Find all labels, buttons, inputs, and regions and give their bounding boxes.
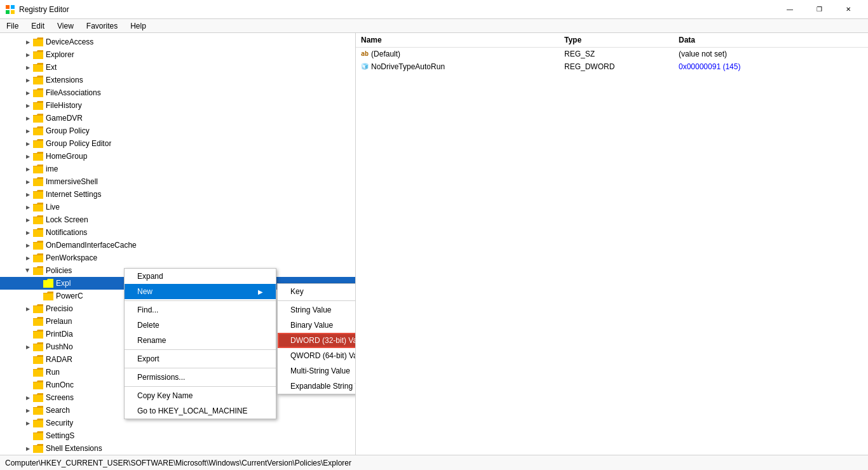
reg-row-no-drive[interactable]: 🧊 NoDriveTypeAutoRun REG_DWORD 0x0000009… <box>356 60 868 73</box>
close-button[interactable]: ✕ <box>834 0 863 19</box>
expand-arrow: ▶ <box>23 126 33 136</box>
reg-name-default: ab (Default) <box>361 50 564 58</box>
folder-icon <box>33 228 43 237</box>
tree-item-label: GameDVR <box>46 114 83 123</box>
ctx-find-label: Find... <box>137 306 158 314</box>
tree-item-internet-settings[interactable]: ▶ Internet Settings <box>0 188 355 201</box>
right-panel: Name Type Data ab (Default) REG_SZ (valu… <box>356 33 868 455</box>
folder-icon <box>33 368 43 377</box>
ctx-delete[interactable]: Delete <box>125 318 276 333</box>
maximize-button[interactable]: ❐ <box>804 0 834 19</box>
tree-item-immersive-shell[interactable]: ▶ ImmersiveShell <box>0 175 355 188</box>
ctx-new[interactable]: New ▶ Key String Value Binary Value <box>125 284 276 299</box>
sub-menu: Key String Value Binary Value DWORD (32-… <box>277 283 356 394</box>
sub-qword-label: QWORD (64-bit) Value <box>290 351 356 360</box>
sub-qword-64[interactable]: QWORD (64-bit) Value <box>278 348 356 363</box>
folder-icon <box>33 215 43 224</box>
ctx-delete-label: Delete <box>137 321 159 330</box>
ctx-permissions[interactable]: Permissions... <box>125 370 276 385</box>
ctx-export[interactable]: Export <box>125 351 276 366</box>
reg-data-no-drive: 0x00000091 (145) <box>679 62 863 71</box>
menu-edit[interactable]: Edit <box>25 19 51 32</box>
reg-row-default[interactable]: ab (Default) REG_SZ (value not set) <box>356 48 868 60</box>
sub-key-label: Key <box>290 287 304 296</box>
expand-arrow: ▶ <box>23 304 33 314</box>
reg-type-no-drive: REG_DWORD <box>564 62 679 71</box>
tree-item-settings[interactable]: ▶ SettingS <box>0 429 355 442</box>
tree-item-label: RADAR <box>46 355 72 364</box>
expand-arrow: ▶ <box>23 62 33 72</box>
tree-item-file-history[interactable]: ▶ FileHistory <box>0 99 355 112</box>
tree-item-group-policy-editor[interactable]: ▶ Group Policy Editor <box>0 137 355 150</box>
ctx-sep4 <box>125 386 276 387</box>
col-header-type: Type <box>564 36 679 44</box>
tree-item-label: FileAssociations <box>46 88 101 97</box>
sub-key[interactable]: Key <box>278 284 356 299</box>
folder-icon <box>33 241 43 250</box>
tree-item-game-dvr[interactable]: ▶ GameDVR <box>0 112 355 124</box>
sub-dword-32[interactable]: DWORD (32-bit) Value <box>278 333 356 348</box>
col-header-name: Name <box>361 36 564 44</box>
main-area: ▶ DeviceAccess ▶ Explorer ▶ Ext ▶ Extens… <box>0 33 868 455</box>
folder-icon <box>33 50 43 59</box>
tree-item-label: Explorer <box>46 50 74 59</box>
tree-item-live[interactable]: ▶ Live <box>0 201 355 213</box>
menu-file[interactable]: File <box>0 19 25 32</box>
tree-item-explorer[interactable]: ▶ Explorer <box>0 48 355 61</box>
sub-multi-string[interactable]: Multi-String Value <box>278 363 356 379</box>
expand-arrow: ▶ <box>23 342 33 352</box>
context-menu: Expand New ▶ Key String Value <box>124 268 276 419</box>
ctx-rename[interactable]: Rename <box>125 333 276 348</box>
folder-icon <box>33 76 43 84</box>
status-path: Computer\HKEY_CURRENT_USER\SOFTWARE\Micr… <box>5 459 351 467</box>
tree-item-ext[interactable]: ▶ Ext <box>0 61 355 74</box>
svg-rect-3 <box>11 10 15 14</box>
expand-arrow: ▶ <box>23 151 33 161</box>
right-header: Name Type Data <box>356 33 868 48</box>
folder-icon <box>33 406 43 415</box>
tree-item-extensions[interactable]: ▶ Extensions <box>0 74 355 86</box>
tree-item-label: Ext <box>46 63 57 72</box>
ctx-copy-key-label: Copy Key Name <box>137 391 193 400</box>
menu-favorites[interactable]: Favorites <box>80 19 124 32</box>
ctx-rename-label: Rename <box>137 336 166 345</box>
tree-item-file-associations[interactable]: ▶ FileAssociations <box>0 86 355 99</box>
folder-icon <box>33 304 43 313</box>
tree-item-shell-ext[interactable]: ▶ Shell Extensions <box>0 442 355 455</box>
sub-string-value[interactable]: String Value <box>278 302 356 318</box>
tree-item-pen-workspace[interactable]: ▶ PenWorkspace <box>0 252 355 264</box>
minimize-button[interactable]: — <box>775 0 804 19</box>
tree-item-label: ImmersiveShell <box>46 177 98 186</box>
tree-item-label: RunOnc <box>46 380 74 389</box>
tree-item-label: Screens <box>46 393 74 402</box>
tree-item-group-policy[interactable]: ▶ Group Policy <box>0 124 355 137</box>
tree-item-notifications[interactable]: ▶ Notifications <box>0 226 355 239</box>
ctx-sep1 <box>125 300 276 301</box>
tree-item-device-access[interactable]: ▶ DeviceAccess <box>0 36 355 48</box>
right-content: ab (Default) REG_SZ (value not set) 🧊 No… <box>356 48 868 455</box>
tree-item-homegroup[interactable]: ▶ HomeGroup <box>0 150 355 163</box>
menu-help[interactable]: Help <box>124 19 153 32</box>
ctx-goto-hklm[interactable]: Go to HKEY_LOCAL_MACHINE <box>125 403 276 419</box>
ctx-expand[interactable]: Expand <box>125 269 276 284</box>
tree-item-on-demand[interactable]: ▶ OnDemandInterfaceCache <box>0 239 355 252</box>
sub-binary-value[interactable]: Binary Value <box>278 318 356 333</box>
reg-type-icon-ab: ab <box>361 50 369 57</box>
tree-item-label: Run <box>46 368 60 377</box>
expand-arrow: ▶ <box>23 215 33 225</box>
tree-item-lock-screen[interactable]: ▶ Lock Screen <box>0 213 355 226</box>
tree-item-ime[interactable]: ▶ ime <box>0 163 355 175</box>
svg-rect-2 <box>6 10 10 14</box>
folder-icon <box>33 342 43 351</box>
folder-icon <box>33 330 43 339</box>
menu-view[interactable]: View <box>51 19 80 32</box>
title-bar: Registry Editor — ❐ ✕ <box>0 0 868 19</box>
folder-icon <box>33 190 43 199</box>
expand-arrow: ▶ <box>23 265 33 276</box>
folder-icon <box>33 253 43 262</box>
sub-expandable-string[interactable]: Expandable String Value <box>278 379 356 394</box>
folder-icon <box>33 88 43 97</box>
ctx-copy-key[interactable]: Copy Key Name <box>125 388 276 403</box>
tree-item-label: Precisio <box>46 304 73 313</box>
ctx-find[interactable]: Find... <box>125 302 276 318</box>
